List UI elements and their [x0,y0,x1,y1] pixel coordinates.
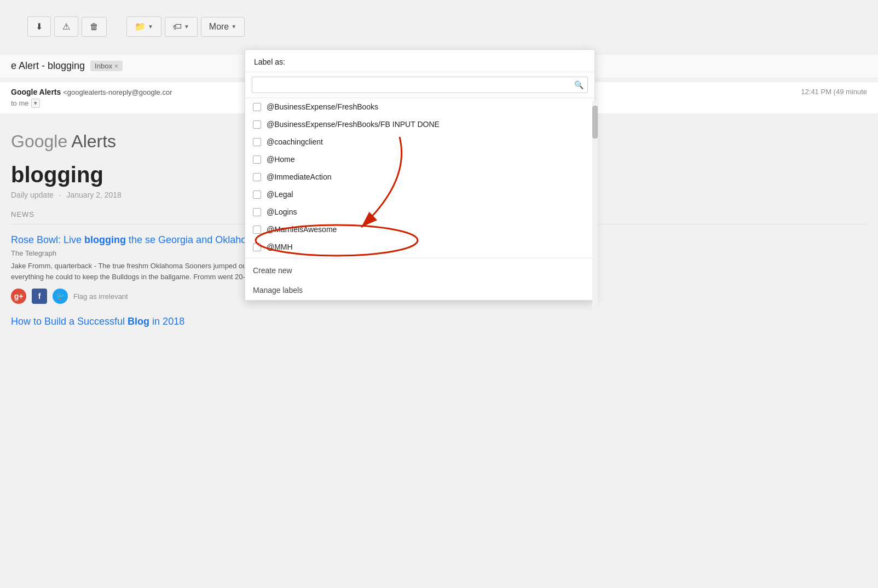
article-1-title-bold: blogging [84,234,126,245]
dropdown-scrollbar-track [592,101,598,337]
sender-email: <googlealerts-noreply@google.cor [63,88,172,96]
label-checkbox[interactable] [253,155,261,164]
list-item[interactable]: @Logins [245,203,594,221]
more-chevron-icon: ▼ [231,24,236,30]
label-chevron-icon: ▼ [184,24,189,30]
move-chevron-icon: ▼ [148,24,153,30]
twitter-icon[interactable]: 🐦 [53,289,68,304]
list-item[interactable]: @BusinessExpense/FreshBooks/FB INPUT DON… [245,116,594,133]
label-item-text: @MMH [267,243,293,251]
label-dropdown-header: Label as: [245,50,594,72]
label-item-immediate-action-text: @ImmediateAction [267,172,331,181]
list-item[interactable]: @Home [245,151,594,168]
facebook-icon[interactable]: f [32,289,47,304]
label-button[interactable]: 🏷 ▼ [165,17,198,37]
alerts-text: Alerts [67,131,116,151]
label-checkbox[interactable] [253,243,261,251]
google-text: Google [11,131,67,151]
manage-labels-button[interactable]: Manage labels [245,280,594,300]
label-item-text: @Legal [267,190,293,199]
archive-icon: ⬇ [36,21,43,32]
label-checkbox[interactable] [253,208,261,216]
article-2-title[interactable]: How to Build a Successful Blog in 2018 [11,315,867,328]
label-item-text: @Logins [267,207,297,216]
label-search-wrap: 🔍 [252,77,588,93]
inbox-badge: Inbox × [90,61,123,71]
report-spam-button[interactable]: ⚠ [54,16,78,37]
archive-button[interactable]: ⬇ [27,16,51,37]
label-icon: 🏷 [173,22,182,32]
list-item[interactable]: @BusinessExpense/FreshBooks [245,98,594,116]
email-date: January 2, 2018 [67,191,122,199]
label-list: @BusinessExpense/FreshBooks @BusinessExp… [245,98,594,300]
article-1-title-end: the se Georgia and Oklahoma [126,234,260,245]
label-search-icon: 🔍 [574,80,584,89]
update-type: Daily update [11,191,54,199]
more-label: More [209,22,229,32]
label-search-input[interactable] [252,77,588,93]
label-checkbox[interactable] [253,103,261,111]
list-item-immediate-action[interactable]: @ImmediateAction [245,168,594,186]
email-toolbar: ⬇ ⚠ 🗑 📁 ▼ 🏷 ▼ More ▼ [27,16,245,37]
label-checkbox[interactable] [253,226,261,234]
label-item-text: @MarnieisAwesome [267,225,337,234]
email-subject: e Alert - blogging [11,60,85,72]
label-checkbox[interactable] [253,120,261,129]
label-checkbox-immediate-action[interactable] [253,173,261,181]
list-item[interactable]: @coachingclient [245,133,594,151]
article-1-title-start: Rose Bowl: Live [11,234,84,245]
inbox-badge-label: Inbox [95,62,112,70]
label-checkbox[interactable] [253,138,261,146]
folder-icon: 📁 [135,21,146,32]
manage-labels-text: Manage labels [253,286,303,295]
label-list-divider [245,258,594,258]
google-plus-icon[interactable]: g+ [11,289,26,304]
delete-button[interactable]: 🗑 [82,17,107,37]
move-to-button[interactable]: 📁 ▼ [126,16,161,37]
create-new-label-text: Create new [253,266,292,275]
article-2-title-start: How to Build a Successful [11,316,128,327]
label-checkbox[interactable] [253,191,261,199]
dropdown-scrollbar-thumb [592,106,598,139]
more-button[interactable]: More ▼ [201,17,245,37]
create-new-label-button[interactable]: Create new [245,261,594,280]
flag-irrelevant-link[interactable]: Flag as irrelevant [73,292,128,301]
label-search-row: 🔍 [245,72,594,98]
article-2-title-end: in 2018 [149,316,184,327]
list-item[interactable]: @MarnieisAwesome [245,221,594,238]
list-item[interactable]: @MMH [245,238,594,256]
to-me-dropdown[interactable]: ▾ [31,99,40,108]
to-me-text: to me [11,99,29,107]
list-item[interactable]: @Legal [245,186,594,203]
label-item-text: @Home [267,155,295,164]
label-item-text: @BusinessExpense/FreshBooks/FB INPUT DON… [267,120,440,129]
email-time: 12:41 PM (49 minute [801,88,867,96]
label-item-text: @BusinessExpense/FreshBooks [267,102,378,111]
label-item-text: @coachingclient [267,137,323,146]
remove-inbox-label-button[interactable]: × [114,62,118,70]
report-icon: ⚠ [62,21,70,32]
article-2-title-bold: Blog [128,316,149,327]
delete-icon: 🗑 [90,22,99,32]
label-dropdown: Label as: 🔍 @BusinessExpense/FreshBooks … [245,49,595,301]
